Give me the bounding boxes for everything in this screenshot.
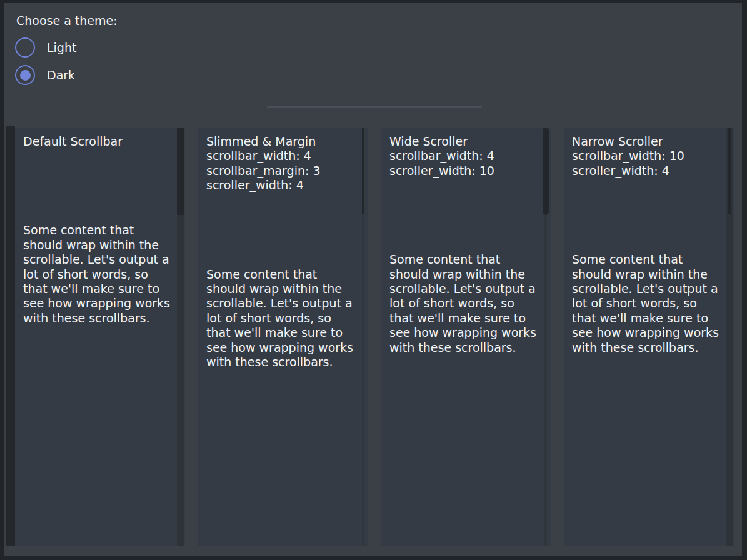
- config-line: scroller_width: 4: [206, 178, 356, 192]
- radio-option-light[interactable]: Light: [15, 38, 76, 58]
- config-line: scroller_width: 4: [572, 164, 722, 178]
- config-line: scrollbar_width: 4: [206, 149, 356, 163]
- panel-title: Slimmed & Margin: [206, 134, 356, 149]
- panel-body-text: Some content that should wrap within the…: [389, 252, 538, 355]
- panel-body-text: Some content that should wrap within the…: [23, 223, 172, 326]
- panel-title: Narrow Scroller: [572, 134, 722, 149]
- scrollbar-thumb[interactable]: [728, 128, 731, 214]
- scrollable-default-content: Default Scrollbar Some content that shou…: [23, 134, 173, 326]
- left-gutter-shadow: [6, 126, 15, 546]
- scrollbar-thumb[interactable]: [543, 128, 549, 215]
- config-line: scroller_width: 10: [389, 164, 539, 178]
- scrollable-wide-scroller[interactable]: Wide Scroller scrollbar_width: 4 scrolle…: [381, 128, 551, 546]
- scrollbar-thumb[interactable]: [177, 128, 184, 215]
- radio-label-dark[interactable]: Dark: [47, 68, 75, 82]
- theme-chooser-label: Choose a theme:: [16, 14, 118, 28]
- radio-label-light[interactable]: Light: [47, 41, 76, 54]
- panel-title: Default Scrollbar: [23, 134, 173, 149]
- config-line: scrollbar_margin: 3: [206, 164, 356, 178]
- scrollable-wide-content: Wide Scroller scrollbar_width: 4 scrolle…: [389, 134, 539, 355]
- scrollable-default[interactable]: Default Scrollbar Some content that shou…: [15, 128, 185, 546]
- scrollable-slimmed-margin[interactable]: Slimmed & Margin scrollbar_width: 4 scro…: [198, 128, 368, 546]
- panel-title: Wide Scroller: [389, 134, 539, 149]
- radio-icon-light[interactable]: [15, 38, 35, 58]
- scrollable-narrow-scroller[interactable]: Narrow Scroller scrollbar_width: 10 scro…: [564, 128, 734, 546]
- scrollable-narrow-content: Narrow Scroller scrollbar_width: 10 scro…: [572, 134, 722, 355]
- radio-icon-dark-selected[interactable]: [15, 65, 35, 85]
- config-line: scrollbar_width: 10: [572, 149, 722, 163]
- scrollable-slimmed-content: Slimmed & Margin scrollbar_width: 4 scro…: [206, 134, 356, 369]
- config-line: scrollbar_width: 4: [389, 149, 539, 163]
- radio-option-dark[interactable]: Dark: [15, 65, 75, 85]
- panel-body-text: Some content that should wrap within the…: [572, 252, 721, 355]
- app-window: Choose a theme: Light Dark Default Scrol…: [0, 0, 747, 560]
- radio-selected-dot: [20, 70, 31, 81]
- horizontal-divider: [267, 106, 482, 108]
- scrollbar-thumb[interactable]: [362, 128, 364, 214]
- panel-body-text: Some content that should wrap within the…: [206, 268, 355, 370]
